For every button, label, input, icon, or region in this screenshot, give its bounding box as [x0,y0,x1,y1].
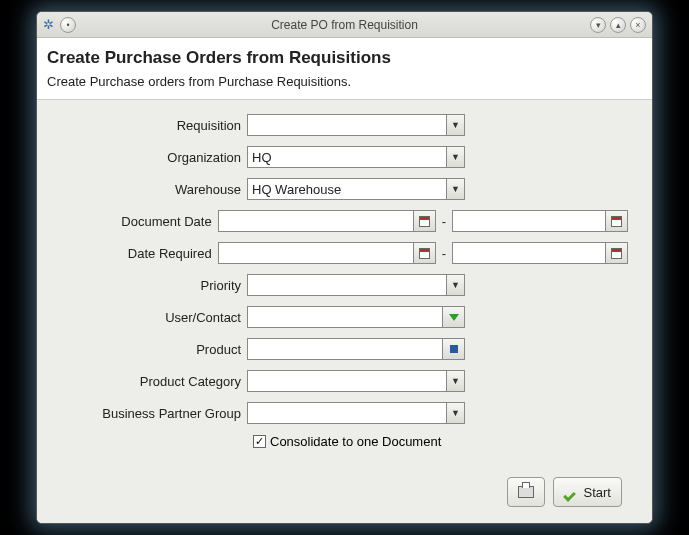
content-header: Create Purchase Orders from Requisitions… [37,38,652,99]
document-date-label: Document Date [61,214,218,229]
date-required-to[interactable] [452,242,628,264]
print-button[interactable] [507,477,545,507]
requisition-label: Requisition [61,118,247,133]
user-contact-lookup[interactable] [247,306,465,328]
calendar-icon[interactable] [605,211,627,231]
chevron-down-icon[interactable]: ▼ [446,179,464,199]
titlebar: ✲ • Create PO from Requisition ▾ ▴ × [37,12,652,38]
chevron-down-icon[interactable]: ▼ [446,371,464,391]
minimize-button[interactable]: ▾ [590,17,606,33]
document-date-from[interactable] [218,210,436,232]
lookup-icon[interactable] [442,307,464,327]
calendar-icon[interactable] [413,211,435,231]
requisition-combo[interactable]: ▼ [247,114,465,136]
product-label: Product [61,342,247,357]
product-category-label: Product Category [61,374,247,389]
range-dash: - [442,246,446,261]
date-required-from[interactable] [218,242,436,264]
lookup-icon[interactable] [442,339,464,359]
priority-combo[interactable]: ▼ [247,274,465,296]
chevron-down-icon[interactable]: ▼ [446,275,464,295]
titlebar-btn-left[interactable]: • [60,17,76,33]
priority-label: Priority [61,278,247,293]
start-button-label: Start [584,485,611,500]
warehouse-label: Warehouse [61,182,247,197]
organization-label: Organization [61,150,247,165]
product-category-combo[interactable]: ▼ [247,370,465,392]
user-contact-label: User/Contact [61,310,247,325]
gear-icon: ✲ [43,17,54,32]
check-icon [564,485,578,499]
calendar-icon[interactable] [605,243,627,263]
date-required-label: Date Required [61,246,218,261]
print-icon [518,486,534,498]
bp-group-combo[interactable]: ▼ [247,402,465,424]
organization-combo[interactable]: HQ ▼ [247,146,465,168]
window-title: Create PO from Requisition [37,18,652,32]
document-date-to[interactable] [452,210,628,232]
close-button[interactable]: × [630,17,646,33]
chevron-down-icon[interactable]: ▼ [446,115,464,135]
warehouse-combo[interactable]: HQ Warehouse ▼ [247,178,465,200]
consolidate-checkbox[interactable]: ✓ [253,435,266,448]
range-dash: - [442,214,446,229]
chevron-down-icon[interactable]: ▼ [446,147,464,167]
page-description: Create Purchase orders from Purchase Req… [47,74,642,89]
page-title: Create Purchase Orders from Requisitions [47,48,642,68]
chevron-down-icon[interactable]: ▼ [446,403,464,423]
start-button[interactable]: Start [553,477,622,507]
dialog-window: ✲ • Create PO from Requisition ▾ ▴ × Cre… [36,11,653,524]
product-lookup[interactable] [247,338,465,360]
bp-group-label: Business Partner Group [61,406,247,421]
form-area: Requisition ▼ Organization HQ ▼ [37,99,652,523]
maximize-button[interactable]: ▴ [610,17,626,33]
consolidate-label: Consolidate to one Document [270,434,441,449]
calendar-icon[interactable] [413,243,435,263]
